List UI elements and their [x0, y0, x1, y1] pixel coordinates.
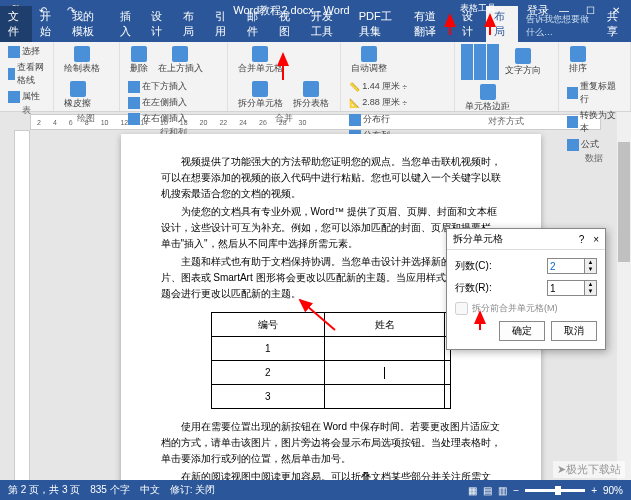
split-table-button[interactable]: 拆分表格 [289, 79, 333, 112]
table-cell[interactable] [445, 361, 450, 385]
paragraph[interactable]: 使用在需要位置出现的新按钮在 Word 中保存时间。若要更改图片适应文档的方式，… [161, 419, 501, 467]
table-row: 3 [211, 385, 450, 409]
rows-down-icon[interactable]: ▼ [585, 288, 596, 295]
tab-mailings[interactable]: 邮件 [239, 6, 271, 42]
tab-design[interactable]: 设计 [143, 6, 175, 42]
tab-templates[interactable]: 我的模板 [64, 6, 112, 42]
cancel-button[interactable]: 取消 [551, 321, 597, 341]
autofit-button[interactable]: 自动调整 [347, 44, 391, 77]
align-br-icon[interactable] [487, 68, 499, 80]
table-header-cell[interactable]: 姓名 [325, 313, 445, 337]
print-layout-icon[interactable]: ▤ [483, 485, 492, 496]
insert-below-button[interactable]: 在下方插入 [126, 79, 189, 94]
table-row: 编号 姓名 [211, 313, 450, 337]
status-bar: 第 2 页，共 3 页 835 个字 中文 修订: 关闭 ▦ ▤ ▥ − + 9… [0, 480, 631, 500]
page-status[interactable]: 第 2 页，共 3 页 [8, 483, 80, 497]
table-cell[interactable]: 1 [211, 337, 325, 361]
table-cell[interactable] [325, 361, 445, 385]
align-bc-icon[interactable] [474, 68, 486, 80]
table-row: 1 [211, 337, 450, 361]
insert-left-button[interactable]: 在左侧插入 [126, 95, 189, 110]
cols-input[interactable] [548, 259, 584, 273]
rows-label: 行数(R): [455, 281, 492, 295]
zoom-slider[interactable] [525, 489, 585, 492]
read-mode-icon[interactable]: ▦ [468, 485, 477, 496]
align-bl-icon[interactable] [461, 68, 473, 80]
scrollbar-thumb[interactable] [618, 142, 630, 262]
split-cells-button[interactable]: 拆分单元格 [234, 79, 287, 112]
tab-layout[interactable]: 布局 [175, 6, 207, 42]
group-table-label: 表 [6, 104, 47, 117]
insert-above-button[interactable]: 在上方插入 [154, 44, 207, 77]
row-height-input[interactable]: 📏1.44 厘米÷ [347, 79, 409, 94]
align-tc-icon[interactable] [474, 44, 486, 56]
col-width-input[interactable]: 📐2.88 厘米÷ [347, 95, 409, 110]
cell-margins-button[interactable]: 单元格边距 [461, 82, 514, 115]
merge-cells-button[interactable]: 合并单元格 [234, 44, 287, 77]
repeat-header-button[interactable]: 重复标题行 [565, 79, 624, 107]
align-tl-icon[interactable] [461, 44, 473, 56]
eraser-button[interactable]: 橡皮擦 [60, 79, 95, 112]
word-count[interactable]: 835 个字 [90, 483, 129, 497]
table-cell[interactable]: 2 [211, 361, 325, 385]
delete-button[interactable]: 删除 [126, 44, 152, 77]
view-gridlines-button[interactable]: 查看网格线 [6, 60, 47, 88]
cols-up-icon[interactable]: ▲ [585, 259, 596, 266]
rows-input[interactable] [548, 281, 584, 295]
ribbon-tabs: 文件 开始 我的模板 插入 设计 布局 引用 邮件 视图 开发工具 PDF工具集… [0, 20, 631, 42]
text-cursor [384, 367, 385, 379]
language-status[interactable]: 中文 [140, 483, 160, 497]
ribbon: 选择 查看网格线 属性 表 绘制表格 橡皮擦 绘图 删除 在上方插入 在下方插入… [0, 42, 631, 112]
tab-references[interactable]: 引用 [207, 6, 239, 42]
tab-review[interactable]: 视图 [271, 6, 303, 42]
paragraph[interactable]: 视频提供了功能强大的方法帮助您证明您的观点。当您单击联机视频时，可以在想要添加的… [161, 154, 501, 202]
tab-insert[interactable]: 插入 [112, 6, 144, 42]
ok-button[interactable]: 确定 [499, 321, 545, 341]
select-button[interactable]: 选择 [6, 44, 47, 59]
sort-button[interactable]: 排序 [565, 44, 591, 77]
dialog-help-icon[interactable]: ? [579, 234, 585, 245]
vertical-ruler[interactable] [14, 130, 30, 490]
align-mc-icon[interactable] [474, 56, 486, 68]
table-cell[interactable] [325, 385, 445, 409]
text-direction-button[interactable]: 文字方向 [501, 46, 545, 79]
cols-label: 列数(C): [455, 259, 492, 273]
watermark: ➤极光下载站 [553, 461, 625, 478]
document-table[interactable]: 编号 姓名 1 2 3 [211, 312, 451, 409]
context-tab-label: 表格工具 [460, 2, 496, 15]
split-cells-dialog: 拆分单元格 ? × 列数(C): ▲▼ 行数(R): ▲▼ 拆分前合并单元格(M… [446, 228, 606, 350]
table-header-cell[interactable]: 编号 [211, 313, 325, 337]
tab-home[interactable]: 开始 [32, 6, 64, 42]
dialog-close-icon[interactable]: × [593, 234, 599, 245]
dialog-title-text: 拆分单元格 [453, 232, 503, 246]
cols-down-icon[interactable]: ▼ [585, 266, 596, 273]
rows-up-icon[interactable]: ▲ [585, 281, 596, 288]
vertical-scrollbar[interactable] [617, 112, 631, 480]
dist-rows-button[interactable]: 分布行 [347, 112, 392, 127]
tab-dev[interactable]: 开发工具 [303, 6, 351, 42]
tab-youdao[interactable]: 有道翻译 [406, 6, 454, 42]
track-changes-status[interactable]: 修订: 关闭 [170, 483, 216, 497]
checkbox-input [455, 302, 468, 315]
table-cell[interactable] [325, 337, 445, 361]
share-button[interactable]: 共享 [599, 6, 631, 42]
draw-table-button[interactable]: 绘制表格 [60, 44, 104, 77]
align-mr-icon[interactable] [487, 56, 499, 68]
rows-spinner[interactable]: ▲▼ [547, 280, 597, 296]
align-tr-icon[interactable] [487, 44, 499, 56]
zoom-level[interactable]: 90% [603, 485, 623, 496]
table-row: 2 [211, 361, 450, 385]
merge-before-split-checkbox[interactable]: 拆分前合并单元格(M) [455, 302, 597, 315]
properties-button[interactable]: 属性 [6, 89, 47, 104]
tab-file[interactable]: 文件 [0, 6, 32, 42]
align-ml-icon[interactable] [461, 56, 473, 68]
zoom-in-icon[interactable]: + [591, 485, 597, 496]
group-align-label: 对齐方式 [461, 115, 552, 128]
table-cell[interactable]: 3 [211, 385, 325, 409]
web-layout-icon[interactable]: ▥ [498, 485, 507, 496]
cols-spinner[interactable]: ▲▼ [547, 258, 597, 274]
zoom-out-icon[interactable]: − [513, 485, 519, 496]
table-cell[interactable] [445, 385, 450, 409]
tab-pdf[interactable]: PDF工具集 [351, 6, 407, 42]
tell-me-search[interactable]: 告诉我您想要做什么… [518, 10, 599, 42]
